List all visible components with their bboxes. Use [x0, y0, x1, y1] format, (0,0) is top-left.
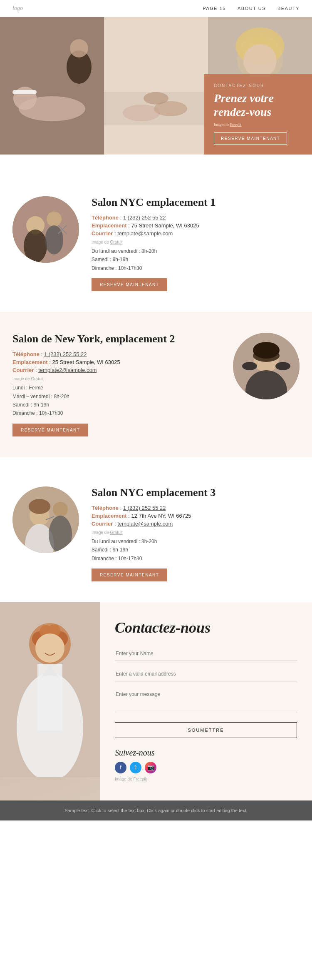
contact-form: Contactez-nous SOUMETTRE Suivez-nous f 𝕥…	[100, 602, 312, 800]
svg-point-10	[144, 92, 168, 105]
svg-rect-5	[12, 90, 37, 94]
svg-point-19	[47, 212, 62, 227]
location2-row: Salon de New York, emplacement 2 Télépho…	[12, 333, 300, 436]
location2-phone: Téléphone : 1 (232) 252 55 22	[12, 351, 220, 357]
location3-row: Salon NYC emplacement 3 Téléphone : 1 (2…	[12, 486, 300, 581]
location1-email: Courrier : template@sample.com	[92, 230, 300, 237]
hero-overlay: CONTACTEZ-NOUS Prenez votre rendez-vous …	[204, 74, 312, 155]
location3-section: Salon NYC emplacement 3 Téléphone : 1 (2…	[0, 466, 312, 602]
contact-email-input[interactable]	[115, 667, 297, 681]
contact-name-input[interactable]	[115, 646, 297, 661]
location3-phone: Téléphone : 1 (232) 252 55 22	[92, 505, 300, 511]
location3-title: Salon NYC emplacement 3	[92, 486, 300, 499]
location1-section: Salon NYC emplacement 1 Téléphone : 1 (2…	[0, 175, 312, 312]
social-title: Suivez-nous	[115, 748, 297, 758]
svg-point-20	[45, 225, 63, 254]
location2-title: Salon de New York, emplacement 2	[12, 333, 220, 345]
nav-page15[interactable]: PAGE 15	[203, 6, 226, 11]
contact-submit-button[interactable]: SOUMETTRE	[115, 722, 297, 738]
svg-rect-6	[104, 17, 208, 155]
svg-rect-0	[0, 17, 104, 155]
svg-point-32	[29, 499, 50, 514]
hero-img-credit: Images de Freepik	[214, 122, 302, 127]
footer-text: Sample text. Click to select the text bo…	[64, 808, 248, 813]
location2-section: Salon de New York, emplacement 2 Télépho…	[0, 312, 312, 457]
location3-reserve-button[interactable]: RESERVE MAINTENANT	[92, 569, 167, 581]
hero-reserve-button[interactable]: RESERVE MAINTENANT	[214, 132, 287, 145]
navigation: logo PAGE 15 ABOUT US BEAUTY	[0, 0, 312, 17]
contact-img-credit: Image de Freepik	[115, 777, 297, 781]
location1-img-credit: Image de Gratuit	[92, 240, 300, 244]
footer: Sample text. Click to select the text bo…	[0, 800, 312, 820]
svg-point-43	[35, 633, 64, 663]
contact-section: Contactez-nous SOUMETTRE Suivez-nous f 𝕥…	[0, 602, 312, 800]
location1-address: Emplacement : 75 Street Sample, WI 63025	[92, 222, 300, 229]
location2-reserve-button[interactable]: RESERVE MAINTENANT	[12, 424, 88, 436]
hero-contact-label: CONTACTEZ-NOUS	[214, 83, 302, 88]
nav-about[interactable]: ABOUT US	[238, 6, 266, 11]
location1-hours: Du lundi au vendredi : 8h-20h Samedi : 9…	[92, 247, 300, 272]
location1-row: Salon NYC emplacement 1 Téléphone : 1 (2…	[12, 196, 300, 291]
svg-point-28	[242, 362, 257, 370]
location2-info: Salon de New York, emplacement 2 Télépho…	[12, 333, 220, 436]
location3-info: Salon NYC emplacement 3 Téléphone : 1 (2…	[92, 486, 300, 581]
hero-image-2	[104, 17, 208, 155]
logo: logo	[12, 5, 23, 12]
location2-img-credit: Image de Gratuit	[12, 377, 220, 381]
hero-image-1	[0, 17, 104, 155]
location2-hours: Lundi : Fermé Mardi – vendredi : 8h-20h …	[12, 384, 220, 418]
svg-point-14	[243, 44, 277, 77]
location1-image	[12, 196, 79, 263]
twitter-icon[interactable]: 𝕥	[130, 762, 141, 773]
location1-phone: Téléphone : 1 (232) 252 55 22	[92, 214, 300, 221]
contact-message-input[interactable]	[115, 687, 297, 712]
svg-point-35	[49, 516, 72, 553]
location1-info: Salon NYC emplacement 1 Téléphone : 1 (2…	[92, 196, 300, 291]
location3-img-credit: Image de Gratuit	[92, 530, 300, 535]
instagram-icon[interactable]: 📷	[145, 762, 156, 773]
location1-reserve-button[interactable]: RESERVE MAINTENANT	[92, 278, 167, 291]
location3-image	[12, 486, 79, 553]
social-icons: f 𝕥 📷	[115, 762, 297, 773]
location3-hours: Du lundi au vendredi : 8h-20h Samedi : 9…	[92, 537, 300, 563]
location2-address: Emplacement : 25 Street Sample, WI 63025	[12, 359, 220, 365]
facebook-icon[interactable]: f	[115, 762, 126, 773]
svg-point-4	[70, 39, 88, 57]
location2-image	[233, 333, 300, 399]
location2-email: Courrier : template2@sample.com	[12, 367, 220, 373]
svg-point-29	[275, 362, 290, 370]
nav-links: PAGE 15 ABOUT US BEAUTY	[203, 6, 300, 11]
location1-title: Salon NYC emplacement 1	[92, 196, 300, 209]
hero-title: Prenez votre rendez-vous	[214, 91, 302, 119]
nav-beauty[interactable]: BEAUTY	[277, 6, 300, 11]
svg-point-34	[53, 502, 68, 517]
hero-section: CONTACTEZ-NOUS Prenez votre rendez-vous …	[0, 17, 312, 155]
svg-point-26	[253, 349, 280, 362]
location3-address: Emplacement : 12 7th Ave NY, WI 66725	[92, 513, 300, 519]
contact-title: Contactez-nous	[115, 619, 297, 636]
location3-email: Courrier : template@sample.com	[92, 521, 300, 527]
svg-point-18	[24, 229, 47, 263]
contact-image	[0, 602, 100, 800]
